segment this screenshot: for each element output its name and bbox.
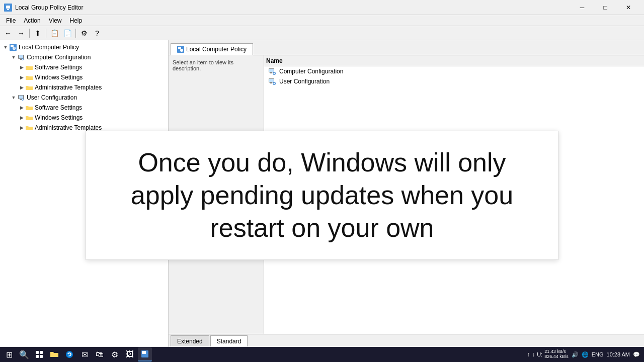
menu-file[interactable]: File <box>2 16 20 25</box>
toolbar: ← → ⬆ 📋 📄 ⚙ ? <box>0 26 644 40</box>
tree-item-software-settings-computer[interactable]: ▶ Software Settings <box>0 62 168 72</box>
svg-point-44 <box>66 351 73 358</box>
menu-view[interactable]: View <box>45 16 66 25</box>
tree-label-windows-settings-user: Windows Settings <box>35 114 83 121</box>
gpe-taskbar[interactable] <box>138 347 152 361</box>
policy-icon <box>9 43 17 51</box>
tree-item-software-settings-user[interactable]: ▶ Software Settings <box>0 103 168 113</box>
svg-rect-8 <box>19 55 23 58</box>
store-taskbar[interactable]: 🛍 <box>93 347 107 361</box>
minimize-button[interactable]: ─ <box>571 0 594 15</box>
user-config-icon <box>17 94 25 102</box>
toolbar-separator-3 <box>75 29 76 38</box>
mail-taskbar[interactable]: ✉ <box>77 347 92 361</box>
menu-help[interactable]: Help <box>66 16 87 25</box>
clock: 10:28 AM <box>607 351 630 358</box>
taskbar-right: ↑ ↓ U: 21.43 kB/s 826.44 kB/s 🔊 🌐 ENG 10… <box>527 349 642 359</box>
tab-extended-label: Extended <box>177 338 203 345</box>
toggle-admin-templates-user[interactable]: ▶ <box>18 124 25 131</box>
speaker-icon[interactable]: 🔊 <box>572 351 579 358</box>
computer-config-icon <box>17 53 25 61</box>
tree-item-admin-templates-computer[interactable]: ▶ Administrative Templates <box>0 82 168 93</box>
taskbar: ⊞ 🔍 ✉ 🛍 ⚙ 🖼 ↑ ↓ U: 21.43 kB/s 826.44 kB/… <box>0 347 644 362</box>
app-icon <box>4 4 12 12</box>
network-label: U: <box>537 351 542 357</box>
tab-extended[interactable]: Extended <box>171 335 209 346</box>
file-explorer-taskbar[interactable] <box>47 347 61 361</box>
tree-item-computer-configuration[interactable]: ▼ Computer Configuration <box>0 52 168 62</box>
svg-rect-13 <box>26 66 33 70</box>
list-label-user-configuration: User Configuration <box>279 78 330 85</box>
photos-taskbar[interactable]: 🖼 <box>123 347 137 361</box>
svg-rect-37 <box>270 83 272 83</box>
edge-taskbar[interactable] <box>62 347 76 361</box>
notification-icon[interactable]: 💬 <box>633 351 640 358</box>
show-hide-button[interactable]: 📋 <box>48 28 60 39</box>
list-label-computer-configuration: Computer Configuration <box>279 68 343 75</box>
properties-button[interactable]: ⚙ <box>78 28 90 39</box>
start-button[interactable]: ⊞ <box>2 347 16 361</box>
list-item-computer-configuration[interactable]: Computer Configuration <box>264 66 644 76</box>
svg-rect-35 <box>269 79 274 82</box>
network-speeds: 21.43 kB/s 826.44 kB/s <box>544 349 569 359</box>
toggle-admin-templates-computer[interactable]: ▶ <box>18 84 25 91</box>
menu-action[interactable]: Action <box>20 16 44 25</box>
user-config-list-icon <box>268 77 276 85</box>
svg-rect-43 <box>40 355 43 358</box>
tree-item-windows-settings-user[interactable]: ▶ Windows Settings <box>0 113 168 123</box>
svg-rect-14 <box>26 76 33 80</box>
export-button[interactable]: 📄 <box>61 28 73 39</box>
toggle-windows-settings-computer[interactable]: ▶ <box>18 74 25 81</box>
toggle-computer-configuration[interactable]: ▼ <box>10 54 17 61</box>
svg-rect-41 <box>40 351 43 354</box>
svg-point-39 <box>274 83 275 84</box>
toggle-windows-settings-user[interactable]: ▶ <box>18 114 25 121</box>
toggle-user-configuration[interactable]: ▼ <box>10 94 17 101</box>
toggle-local-computer-policy[interactable]: ▼ <box>2 44 9 51</box>
app-title: Local Group Policy Editor <box>15 4 83 11</box>
settings-taskbar[interactable]: ⚙ <box>108 347 122 361</box>
network-icon[interactable]: 🌐 <box>582 351 589 358</box>
network-down-icon: ↓ <box>532 351 535 358</box>
svg-rect-6 <box>14 47 15 49</box>
tree-label-windows-settings-computer: Windows Settings <box>35 74 83 81</box>
toggle-software-settings-user[interactable]: ▶ <box>18 104 25 111</box>
svg-rect-22 <box>26 107 33 110</box>
tab-policy-icon <box>177 46 184 53</box>
overlay-message: Once you do, Windows will only apply pen… <box>106 146 538 244</box>
tab-standard[interactable]: Standard <box>210 335 248 346</box>
svg-point-27 <box>180 49 183 52</box>
forward-button[interactable]: → <box>15 28 27 39</box>
svg-rect-2 <box>7 9 9 10</box>
svg-rect-31 <box>270 73 272 73</box>
svg-rect-29 <box>269 69 274 72</box>
tab-local-computer-policy[interactable]: Local Computer Policy <box>171 43 253 55</box>
close-button[interactable]: ✕ <box>617 0 640 15</box>
help-button[interactable]: ? <box>91 28 103 39</box>
up-button[interactable]: ⬆ <box>32 28 44 39</box>
tree-item-windows-settings-computer[interactable]: ▶ Windows Settings <box>0 72 168 82</box>
folder-icon-admin <box>25 83 33 92</box>
list-header: Name <box>264 55 644 66</box>
tab-label: Local Computer Policy <box>186 46 247 53</box>
toggle-software-settings-computer[interactable]: ▶ <box>18 64 25 71</box>
maximize-button[interactable]: □ <box>594 0 617 15</box>
lang-label: ENG <box>592 351 604 357</box>
tree-item-local-computer-policy[interactable]: ▼ Local Computer Policy <box>0 42 168 52</box>
list-item-user-configuration[interactable]: User Configuration <box>264 76 644 86</box>
task-view-button[interactable] <box>32 347 46 361</box>
overlay-text-box: Once you do, Windows will only apply pen… <box>86 131 558 260</box>
menu-bar: File Action View Help <box>0 15 644 26</box>
time-display: 10:28 AM <box>607 351 630 358</box>
tree-label-computer-configuration: Computer Configuration <box>27 54 91 61</box>
toolbar-separator-1 <box>29 29 30 38</box>
svg-rect-4 <box>11 45 14 47</box>
tree-label-local-computer-policy: Local Computer Policy <box>19 44 79 51</box>
list-header-name: Name <box>266 57 283 64</box>
tree-item-user-configuration[interactable]: ▼ User Configuration <box>0 93 168 103</box>
svg-rect-15 <box>26 86 33 90</box>
back-button[interactable]: ← <box>2 28 14 39</box>
search-taskbar[interactable]: 🔍 <box>17 347 31 361</box>
download-speed: 826.44 kB/s <box>544 354 569 359</box>
tree-label-user-configuration: User Configuration <box>27 94 77 101</box>
